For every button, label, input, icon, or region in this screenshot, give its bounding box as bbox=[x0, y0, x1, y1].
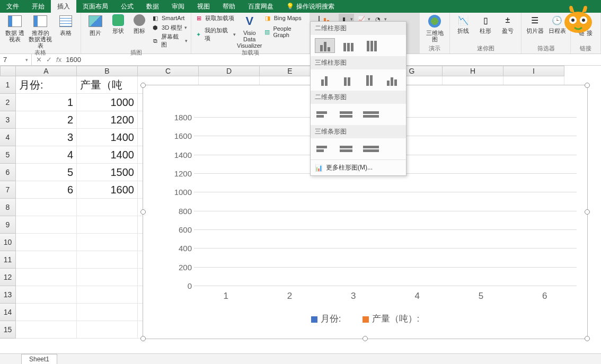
row-header-2[interactable]: 2 bbox=[0, 94, 16, 111]
row-header-15[interactable]: 15 bbox=[0, 321, 16, 339]
resize-handle[interactable] bbox=[585, 336, 590, 341]
slicer-button[interactable]: ☰切片器 bbox=[525, 14, 545, 34]
cell[interactable]: 1500 bbox=[77, 164, 138, 181]
sparkline-line-button[interactable]: 📉折线 bbox=[453, 14, 473, 34]
row-header-13[interactable]: 13 bbox=[0, 286, 16, 304]
smartart-button[interactable]: ◧SmartArt bbox=[151, 14, 188, 22]
tab-view[interactable]: 视图 bbox=[191, 0, 216, 13]
get-addins-button[interactable]: ⊞获取加载项 bbox=[195, 14, 235, 22]
cell[interactable] bbox=[77, 321, 138, 339]
row-header-8[interactable]: 8 bbox=[0, 199, 16, 216]
cell[interactable] bbox=[16, 251, 77, 269]
row-header-10[interactable]: 10 bbox=[0, 234, 16, 251]
cell[interactable] bbox=[16, 304, 77, 321]
tab-help[interactable]: 帮助 bbox=[216, 0, 242, 13]
resize-handle[interactable] bbox=[585, 209, 590, 215]
shapes-button[interactable]: 形状 bbox=[109, 14, 128, 34]
table-button[interactable]: 表格 bbox=[54, 14, 77, 36]
cell[interactable] bbox=[77, 199, 138, 216]
row-header-9[interactable]: 9 bbox=[0, 216, 16, 234]
row-header-5[interactable]: 5 bbox=[0, 146, 16, 164]
cell[interactable] bbox=[16, 321, 77, 339]
cell[interactable] bbox=[77, 234, 138, 251]
cell[interactable]: 3 bbox=[16, 129, 77, 146]
3d-map-button[interactable]: 三维地 图 bbox=[423, 14, 446, 42]
row-header-1[interactable]: 1 bbox=[0, 76, 16, 94]
cell[interactable] bbox=[77, 304, 138, 321]
pivot-table-button[interactable]: 数据 透视表 bbox=[3, 14, 26, 42]
row-header-7[interactable]: 7 bbox=[0, 181, 16, 199]
chart-stacked-column[interactable] bbox=[338, 38, 358, 53]
cell[interactable]: 4 bbox=[16, 146, 77, 164]
cell[interactable]: 2 bbox=[16, 111, 77, 129]
resize-handle[interactable] bbox=[140, 336, 146, 341]
cell[interactable]: 1200 bbox=[77, 111, 138, 129]
chart-3d-clustered-bar[interactable] bbox=[315, 141, 335, 156]
cell[interactable] bbox=[16, 199, 77, 216]
cell[interactable] bbox=[16, 286, 77, 304]
row-header-14[interactable]: 14 bbox=[0, 304, 16, 321]
col-header-H[interactable]: H bbox=[443, 66, 503, 76]
row-header-6[interactable]: 6 bbox=[0, 164, 16, 181]
row-header-12[interactable]: 12 bbox=[0, 269, 16, 286]
bing-maps-button[interactable]: ◨Bing Maps bbox=[263, 14, 306, 22]
cell[interactable]: 1000 bbox=[77, 94, 138, 111]
cell[interactable] bbox=[77, 286, 138, 304]
cell[interactable]: 1400 bbox=[77, 129, 138, 146]
recommended-pivot-button[interactable]: 推荐的 数据透视表 bbox=[29, 14, 52, 49]
picture-button[interactable]: 图片 bbox=[84, 14, 107, 36]
cell[interactable]: 产量（吨 bbox=[77, 76, 138, 94]
cell[interactable] bbox=[77, 269, 138, 286]
tab-layout[interactable]: 页面布局 bbox=[76, 0, 114, 13]
cell[interactable] bbox=[77, 216, 138, 234]
row-header-11[interactable]: 11 bbox=[0, 251, 16, 269]
more-column-charts[interactable]: 📊更多柱形图(M)... bbox=[311, 159, 406, 175]
people-graph-button[interactable]: ▥People Graph bbox=[263, 25, 306, 38]
sheet-tab-sheet1[interactable]: Sheet1 bbox=[21, 354, 57, 364]
chart-3d-stacked-bar[interactable] bbox=[338, 141, 358, 156]
cell[interactable] bbox=[16, 234, 77, 251]
chart-100-stacked-column[interactable] bbox=[361, 38, 382, 53]
chart-3d-stacked-column[interactable] bbox=[338, 73, 357, 87]
resize-handle[interactable] bbox=[585, 83, 590, 88]
tab-review[interactable]: 审阅 bbox=[165, 0, 191, 13]
visio-button[interactable]: VVisio Data Visualizer bbox=[238, 14, 261, 49]
chart-stacked-bar[interactable] bbox=[338, 107, 358, 122]
tab-insert[interactable]: 插入 bbox=[51, 0, 76, 13]
row-header-3[interactable]: 3 bbox=[0, 111, 16, 129]
resize-handle[interactable] bbox=[140, 83, 146, 88]
cell[interactable] bbox=[77, 251, 138, 269]
cell[interactable]: 6 bbox=[16, 181, 77, 199]
cell[interactable]: 月份: bbox=[16, 76, 77, 94]
my-addins-button[interactable]: ✦我的加载项▾ bbox=[195, 26, 235, 42]
3d-model-button[interactable]: ⬢3D 模型▾ bbox=[151, 23, 188, 32]
cell[interactable]: 5 bbox=[16, 164, 77, 181]
tab-home[interactable]: 开始 bbox=[25, 0, 51, 13]
cell[interactable]: 1400 bbox=[77, 146, 138, 164]
tab-formula[interactable]: 公式 bbox=[114, 0, 140, 13]
col-header-B[interactable]: B bbox=[77, 66, 138, 76]
chart-3d-clustered-column[interactable] bbox=[315, 73, 334, 87]
tab-file[interactable]: 文件 bbox=[0, 0, 25, 13]
cell[interactable]: 1600 bbox=[77, 181, 138, 199]
chart-3d-100-stacked-column[interactable] bbox=[360, 73, 379, 87]
cell[interactable]: 1 bbox=[16, 94, 77, 111]
tell-me-search[interactable]: 操作说明搜索 bbox=[296, 2, 334, 11]
cell[interactable] bbox=[16, 269, 77, 286]
tab-data[interactable]: 数据 bbox=[140, 0, 165, 13]
select-all-corner[interactable] bbox=[0, 66, 16, 76]
chart-3d-100-stacked-bar[interactable] bbox=[361, 141, 382, 156]
col-header-I[interactable]: I bbox=[503, 66, 564, 76]
chart-clustered-bar[interactable] bbox=[315, 107, 335, 122]
sparkline-column-button[interactable]: ▯柱形 bbox=[475, 14, 496, 34]
icons-button[interactable]: 图标 bbox=[130, 14, 149, 34]
col-header-C[interactable]: C bbox=[138, 66, 199, 76]
resize-handle[interactable] bbox=[363, 336, 368, 341]
chart-100-stacked-bar[interactable] bbox=[361, 107, 382, 122]
cell[interactable] bbox=[16, 216, 77, 234]
chart-3d-column[interactable] bbox=[383, 73, 402, 87]
col-header-A[interactable]: A bbox=[16, 66, 77, 76]
sparkline-winloss-button[interactable]: ±盈亏 bbox=[498, 14, 518, 34]
col-header-D[interactable]: D bbox=[199, 66, 260, 76]
tab-baidupan[interactable]: 百度网盘 bbox=[242, 0, 280, 13]
